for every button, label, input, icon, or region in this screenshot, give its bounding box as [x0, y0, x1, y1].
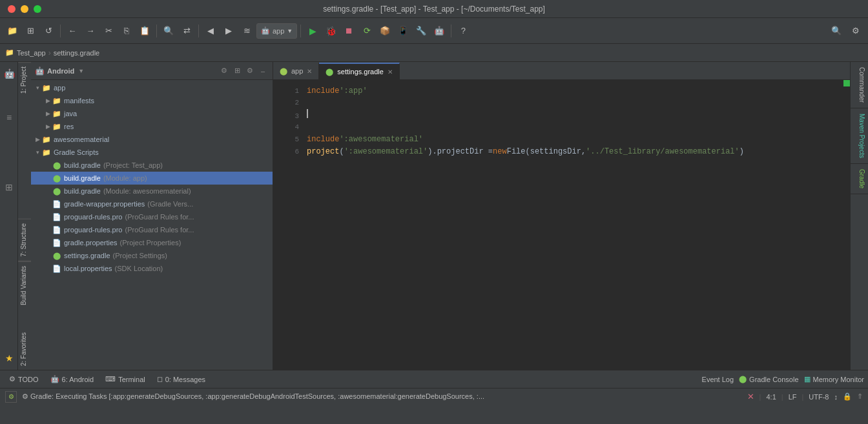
search-btn[interactable]: 🔍	[160, 23, 177, 39]
tab-build-variants[interactable]: Build Variants	[18, 261, 31, 309]
close-button[interactable]	[8, 5, 16, 13]
run-btn[interactable]: ▶	[304, 23, 321, 39]
source-btn[interactable]: ≋	[238, 23, 255, 39]
folder-icon-gradle-scripts: 📁	[41, 147, 52, 157]
tab-app-icon: ⬤	[280, 67, 287, 76]
panel-collapse-btn[interactable]: –	[257, 65, 269, 77]
tree-item-build-gradle-awesome[interactable]: ⬤ build.gradle (Module: awesomematerial)	[31, 185, 273, 197]
help-btn[interactable]: ?	[455, 23, 471, 39]
file-icon-wrapper: 📄	[52, 199, 62, 209]
memory-monitor-btn[interactable]: ▦ Memory Monitor	[804, 375, 864, 383]
status-tab-todo[interactable]: ⚙ TODO	[4, 372, 44, 387]
sdk-mgr-btn[interactable]: 🔧	[413, 23, 429, 39]
expand-arrow-awesome[interactable]: ▶	[34, 136, 41, 143]
right-tab-maven[interactable]: Maven Projects	[851, 108, 868, 164]
cut-btn[interactable]: ✂	[100, 23, 117, 39]
sidebar-icon-structure[interactable]: ≡	[0, 108, 18, 126]
debug-btn[interactable]: 🐞	[322, 23, 339, 39]
code-editor[interactable]: 1 include ':app' 2 3 4 5 include	[273, 80, 850, 370]
tree-item-manifests[interactable]: ▶ 📁 manifests	[31, 94, 273, 107]
panel-settings-btn[interactable]: ⚙	[218, 65, 230, 77]
status-share-icon[interactable]: ⇑	[857, 392, 863, 401]
right-tab-commander[interactable]: Commander	[851, 62, 868, 108]
expand-arrow-java[interactable]: ▶	[44, 110, 52, 117]
tree-item-java[interactable]: ▶ 📁 java	[31, 107, 273, 120]
tree-item-proguard-1[interactable]: 📄 proguard-rules.pro (ProGuard Rules for…	[31, 210, 273, 223]
copy-btn[interactable]: ⎘	[118, 23, 135, 39]
status-gradle-text: ⚙ Gradle: Executing Tasks [:app:generate…	[22, 392, 742, 401]
sdk-btn[interactable]: 📦	[377, 23, 393, 39]
status-encoding[interactable]: UTF-8	[809, 393, 829, 401]
refresh-btn[interactable]: ↺	[40, 23, 57, 39]
tab-app-close[interactable]: ✕	[307, 68, 312, 75]
status-indent-icon[interactable]: ↕	[834, 393, 838, 401]
prev-btn[interactable]: ◀	[202, 23, 219, 39]
breadcrumb-file[interactable]: settings.gradle	[54, 49, 100, 57]
todo-icon: ⚙	[9, 375, 16, 383]
main-toolbar: 📁 ⊞ ↺ ← → ✂ ⎘ 📋 🔍 ⇄ ◀ ▶ ≋ 🤖 app ▼ ▶ 🐞 ⏹ …	[0, 18, 868, 44]
tree-item-res[interactable]: ▶ 📁 res	[31, 120, 273, 133]
expand-arrow-manifests[interactable]: ▶	[44, 97, 52, 104]
panel-layout-btn[interactable]: ⊞	[231, 65, 243, 77]
line-num-2: 2	[281, 97, 299, 109]
tab-settings-close[interactable]: ✕	[388, 68, 393, 76]
minimize-button[interactable]	[21, 5, 28, 13]
tree-item-settings-gradle[interactable]: ⬤ settings.gradle (Project Settings)	[31, 249, 273, 262]
error-icon[interactable]: ✕	[747, 392, 754, 401]
tree-item-proguard-2[interactable]: 📄 proguard-rules.pro (ProGuard Rules for…	[31, 223, 273, 236]
status-tab-android[interactable]: 🤖 6: Android	[45, 372, 99, 387]
titlebar: settings.gradle - [Test_app] - Test_app …	[0, 0, 868, 18]
app-dropdown[interactable]: 🤖 app ▼	[256, 23, 297, 39]
status-tab-terminal[interactable]: ⌨ Terminal	[100, 372, 150, 387]
status-gradle-icon[interactable]: ⚙	[5, 391, 17, 403]
tree-item-awesomematerial[interactable]: ▶ 📁 awesomematerial	[31, 133, 273, 146]
gradle-console-btn[interactable]: ⬤ Gradle Console	[739, 375, 798, 383]
next-btn[interactable]: ▶	[220, 23, 237, 39]
panel-gear-btn[interactable]: ⚙	[244, 65, 256, 77]
memory-monitor-label: Memory Monitor	[813, 376, 864, 383]
expand-arrow-gradle[interactable]: ▾	[34, 149, 41, 156]
divider-3: |	[801, 393, 803, 401]
breadcrumb-project[interactable]: Test_app	[17, 49, 46, 57]
sync-btn[interactable]: ⊞	[22, 23, 39, 39]
tree-item-build-gradle-app[interactable]: ⬤ build.gradle (Module: app)	[31, 172, 273, 185]
event-log-btn[interactable]: Event Log	[702, 376, 734, 383]
tree-item-app[interactable]: ▾ 📁 app	[31, 81, 273, 94]
right-tab-gradle[interactable]: Gradle	[851, 164, 868, 194]
status-tab-messages[interactable]: ◻ 0: Messages	[152, 372, 211, 387]
search-icon[interactable]: 🔍	[828, 23, 845, 39]
gradle-sync-btn[interactable]: ⟳	[358, 23, 375, 39]
tree-item-gradle-properties[interactable]: 📄 gradle.properties (Project Properties)	[31, 236, 273, 249]
paste-btn[interactable]: 📋	[136, 23, 153, 39]
status-line-ending[interactable]: LF	[789, 393, 797, 401]
tree-item-gradle-wrapper[interactable]: 📄 gradle-wrapper.properties (Gradle Vers…	[31, 197, 273, 210]
android-btn[interactable]: 🤖	[431, 23, 448, 39]
line-num-4: 4	[281, 122, 299, 134]
stop-btn[interactable]: ⏹	[340, 23, 357, 39]
settings-icon[interactable]: ⚙	[847, 23, 864, 39]
expand-arrow-app[interactable]: ▾	[34, 85, 41, 91]
tree-item-local-properties[interactable]: 📄 local.properties (SDK Location)	[31, 262, 273, 275]
tree-item-build-gradle-project[interactable]: ⬤ build.gradle (Project: Test_app)	[31, 159, 273, 172]
tree-item-gradle-scripts[interactable]: ▾ 📁 Gradle Scripts	[31, 146, 273, 159]
sidebar-icon-favorites[interactable]: ★	[0, 349, 18, 367]
todo-label: TODO	[18, 376, 39, 383]
tab-project[interactable]: 1: Project	[18, 62, 31, 97]
tab-settings-gradle[interactable]: ⬤ settings.gradle ✕	[319, 63, 400, 79]
forward-btn[interactable]: →	[82, 23, 99, 39]
maximize-button[interactable]	[34, 5, 41, 13]
file-tree: ▾ 📁 app ▶ 📁 manifests ▶ 📁 java ▶	[31, 80, 273, 370]
dropdown-arrow[interactable]: ▼	[78, 68, 84, 74]
tab-favorites[interactable]: 2: Favorites	[18, 328, 31, 370]
replace-btn[interactable]: ⇄	[178, 23, 195, 39]
avd-btn[interactable]: 📱	[395, 23, 411, 39]
sidebar-icon-build-variants[interactable]: ⊞	[0, 178, 18, 196]
status-git-icon[interactable]: 🔒	[843, 392, 852, 401]
tab-structure[interactable]: 7: Structure	[18, 219, 31, 261]
sidebar-icon-android[interactable]: 🤖	[0, 65, 18, 83]
back-btn[interactable]: ←	[64, 23, 81, 39]
code-plain-6d: )	[739, 146, 744, 158]
tab-app[interactable]: ⬤ app ✕	[273, 63, 319, 79]
new-folder-btn[interactable]: 📁	[4, 23, 21, 39]
expand-arrow-res[interactable]: ▶	[44, 123, 52, 130]
